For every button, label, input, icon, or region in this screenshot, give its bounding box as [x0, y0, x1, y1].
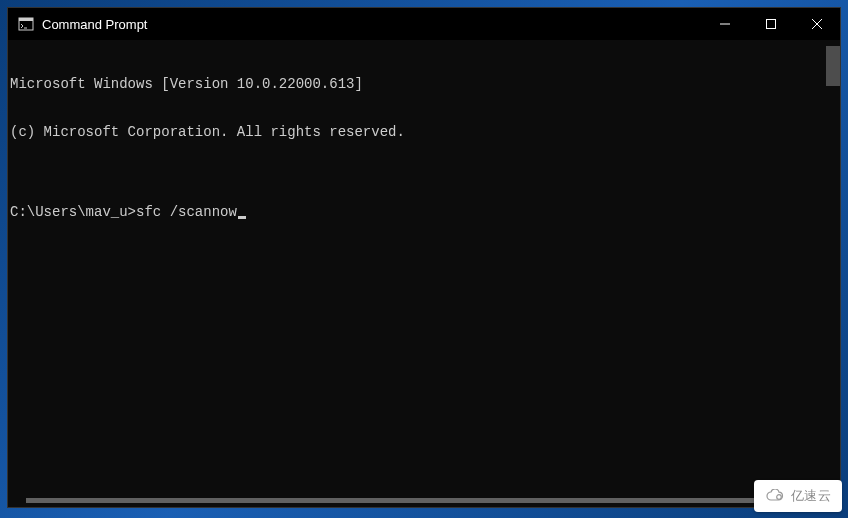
- horizontal-scrollbar[interactable]: [26, 498, 818, 503]
- terminal-output[interactable]: Microsoft Windows [Version 10.0.22000.61…: [8, 40, 840, 507]
- cloud-icon: [765, 489, 787, 503]
- watermark: 亿速云: [754, 480, 842, 512]
- copyright-line: (c) Microsoft Corporation. All rights re…: [10, 124, 838, 140]
- titlebar-left: Command Prompt: [8, 16, 147, 32]
- svg-point-7: [776, 495, 781, 500]
- watermark-text: 亿速云: [791, 487, 832, 505]
- titlebar[interactable]: Command Prompt: [8, 8, 840, 40]
- command-prompt-icon: [18, 16, 34, 32]
- vertical-scrollbar[interactable]: [826, 46, 840, 86]
- window-controls: [702, 8, 840, 40]
- close-button[interactable]: [794, 8, 840, 40]
- minimize-button[interactable]: [702, 8, 748, 40]
- maximize-button[interactable]: [748, 8, 794, 40]
- svg-rect-1: [19, 18, 33, 21]
- command-text: sfc /scannow: [136, 204, 237, 220]
- prompt-line: C:\Users\mav_u>sfc /scannow: [10, 204, 838, 220]
- command-prompt-window: Command Prompt Microsoft Windows [Versio…: [7, 7, 841, 508]
- window-title: Command Prompt: [42, 17, 147, 32]
- svg-rect-4: [767, 20, 776, 29]
- cursor: [238, 216, 246, 219]
- prompt-text: C:\Users\mav_u>: [10, 204, 136, 220]
- version-line: Microsoft Windows [Version 10.0.22000.61…: [10, 76, 838, 92]
